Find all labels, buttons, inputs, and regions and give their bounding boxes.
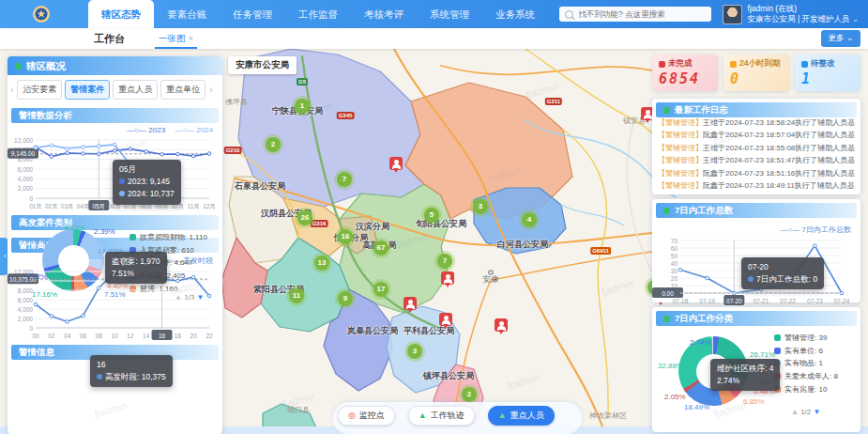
cluster-marker[interactable]: 2 [266, 137, 281, 152]
tabs-left-arrow-icon[interactable]: ‹ [9, 85, 14, 95]
legend-item[interactable]: 实有房屋: 10 [774, 385, 859, 394]
tabs-right-arrow-icon[interactable]: › [208, 85, 213, 95]
cluster-marker[interactable]: 5 [424, 208, 439, 223]
log-row[interactable]: 【警辅管理】阮鑫于2024-07-23 18:49:11执行了辅助人员基本信息登… [658, 179, 855, 192]
log-row[interactable]: 【警辅管理】王维于2024-07-23 18:55:08执行了辅助人员基本信息变… [658, 142, 855, 154]
page-up-icon[interactable]: ▲ [791, 408, 799, 416]
legend-item: —○— 2023 [127, 126, 165, 134]
nav-item-0[interactable]: 辖区态势 [88, 0, 154, 28]
person-pin-icon[interactable] [389, 157, 403, 170]
hours-tooltip: 16高发时段: 10,375 [90, 355, 173, 387]
log-text: 阮鑫于2024-07-23 18:49:11执行了辅助人员基本信息登记，辅助人.… [703, 181, 855, 190]
police-badge-logo [32, 5, 51, 23]
week-total-header: 7日内工作总数 [656, 203, 857, 218]
map-city-chip[interactable]: 安康市公安局 [228, 56, 297, 74]
global-search[interactable] [559, 7, 711, 22]
donut-percent-label: 17.16% [32, 290, 57, 299]
donut-percent-label: 2.22% [26, 272, 48, 281]
tab-one-map[interactable]: 一张图× [155, 28, 197, 49]
stat-card-0[interactable]: 未完成6854 [652, 54, 718, 91]
left-panel-tabs: ‹治安要素警情案件重点人员重点单位› [8, 75, 222, 104]
legend-label: 关爱未成年人: 8 [784, 372, 838, 380]
legend-label: 实有物品: 1 [784, 359, 823, 367]
map-toolbar-button-2[interactable]: ▲重点人员 [488, 406, 555, 426]
cluster-marker[interactable]: 7 [437, 254, 452, 269]
cluster-marker[interactable]: 13 [314, 256, 329, 271]
person-pin-icon[interactable] [441, 271, 454, 285]
nav-item-1[interactable]: 要素台账 [154, 0, 220, 28]
nav-item-2[interactable]: 任务管理 [220, 0, 285, 28]
cluster-marker[interactable]: 11 [289, 288, 304, 303]
nav-item-3[interactable]: 工作监督 [285, 0, 351, 28]
donut-percent-label: 26.71% [750, 350, 775, 359]
search-icon [565, 10, 573, 19]
week-total-legend: —○— 7日内工作总数 [652, 222, 860, 235]
cluster-marker[interactable]: 26 [297, 210, 312, 225]
stat-card-1[interactable]: 24小时到期0 [723, 54, 789, 91]
cluster-marker[interactable]: 7 [337, 172, 352, 187]
person-pin-icon[interactable] [439, 313, 452, 326]
svg-text:60: 60 [671, 245, 678, 252]
svg-text:20: 20 [671, 275, 678, 282]
stat-label-text: 24小时到期 [739, 58, 780, 70]
log-row[interactable]: 【警辅管理】阮鑫于2024-07-23 18:57:04执行了辅助人员基本信息登… [658, 129, 855, 141]
log-text: 阮鑫于2024-07-23 18:57:04执行了辅助人员基本信息登记，辅助人.… [703, 131, 855, 139]
cluster-marker[interactable]: 17 [373, 282, 388, 297]
user-meta[interactable]: fjadmin (在线) 安康市公安局 | 开发维护人员 [748, 4, 859, 23]
close-tab-icon[interactable]: × [189, 33, 194, 43]
week-total-panel: 7日内工作总数 —○— 7日内工作总数 0102030405060700.000… [652, 199, 860, 302]
legend-item: —○— 7日内工作总数 [780, 225, 851, 235]
page-down-icon[interactable]: ▼ [814, 408, 821, 416]
legend-item: —○— 2024 [175, 126, 213, 134]
log-row[interactable]: 【警辅管理】王维于2024-07-23 18:51:47执行了辅助人员基本信息登… [658, 154, 855, 166]
cluster-marker[interactable]: 9 [338, 291, 353, 306]
stat-card-2[interactable]: 待整改1 [795, 54, 860, 91]
left-tab-3[interactable]: 重点单位 [160, 80, 206, 100]
legend-item[interactable]: 故意损毁财物: 1,110 [129, 233, 220, 241]
search-input[interactable] [577, 8, 706, 20]
cluster-marker[interactable]: 3 [473, 199, 488, 214]
svg-text:6,000: 6,000 [18, 166, 34, 173]
legend-item[interactable]: 实有物品: 1 [774, 359, 859, 367]
cluster-marker[interactable]: 4 [522, 212, 537, 227]
cluster-marker[interactable]: 16 [338, 229, 353, 244]
cluster-marker[interactable]: 1 [295, 99, 310, 114]
legend-item[interactable]: 关爱未成年人: 8 [774, 372, 859, 380]
cluster-marker[interactable]: 2 [462, 387, 477, 402]
left-tab-0[interactable]: 治安要素 [17, 80, 62, 100]
log-row[interactable]: 【警辅管理】阮鑫于2024-07-23 18:51:16执行了辅助人员基本信息变… [658, 167, 855, 179]
avatar[interactable] [723, 5, 742, 24]
log-tag: 【警辅管理】 [658, 169, 703, 178]
donut-percent-label: 6.85% [743, 397, 765, 406]
more-button[interactable]: 更多 [821, 30, 860, 47]
svg-text:4,000: 4,000 [18, 176, 34, 182]
svg-text:07-18: 07-18 [673, 298, 689, 304]
map-toolbar-button-0[interactable]: ◎监控点 [338, 406, 395, 426]
nav-item-6[interactable]: 业务系统 [482, 0, 548, 28]
log-row[interactable]: 【警辅管理】王维于2024-07-23 18:58:24执行了辅助人员基本信息变… [658, 116, 855, 129]
week-class-pager[interactable]: ▲ 1/2 ▼ [791, 408, 820, 416]
svg-text:00: 00 [32, 333, 39, 339]
nav-item-4[interactable]: 考核考评 [351, 0, 417, 28]
map-toolbar-button-1[interactable]: ▲工作轨迹 [408, 406, 475, 426]
svg-text:12,000: 12,000 [14, 137, 33, 144]
svg-text:18: 18 [175, 333, 182, 339]
cluster-marker[interactable]: 3 [407, 344, 422, 359]
svg-text:0: 0 [29, 325, 33, 332]
nav-item-5[interactable]: 系统管理 [417, 0, 482, 28]
log-list[interactable]: 【警辅管理】王维于2024-07-23 18:58:24执行了辅助人员基本信息变… [652, 116, 860, 192]
left-tab-2[interactable]: 重点人员 [113, 80, 158, 100]
workspace-tab-row: 工作台 一张图× 更多 [0, 28, 868, 49]
left-tab-1[interactable]: 警情案件 [65, 80, 110, 100]
legend-item[interactable]: 警辅管理: 39 [774, 333, 859, 342]
person-pin-icon[interactable] [404, 297, 417, 310]
legend-item[interactable]: 实有单位: 6 [774, 347, 859, 355]
stat-label: 未完成 [659, 58, 711, 70]
workbench-label[interactable]: 工作台 [94, 32, 125, 46]
person-pin-icon[interactable] [495, 318, 508, 332]
log-tag: 【警辅管理】 [658, 131, 703, 139]
svg-text:10: 10 [111, 333, 118, 339]
donut-percent-label: 18.49% [684, 403, 709, 411]
svg-text:12月: 12月 [203, 203, 216, 210]
cluster-marker[interactable]: 67 [373, 240, 388, 256]
